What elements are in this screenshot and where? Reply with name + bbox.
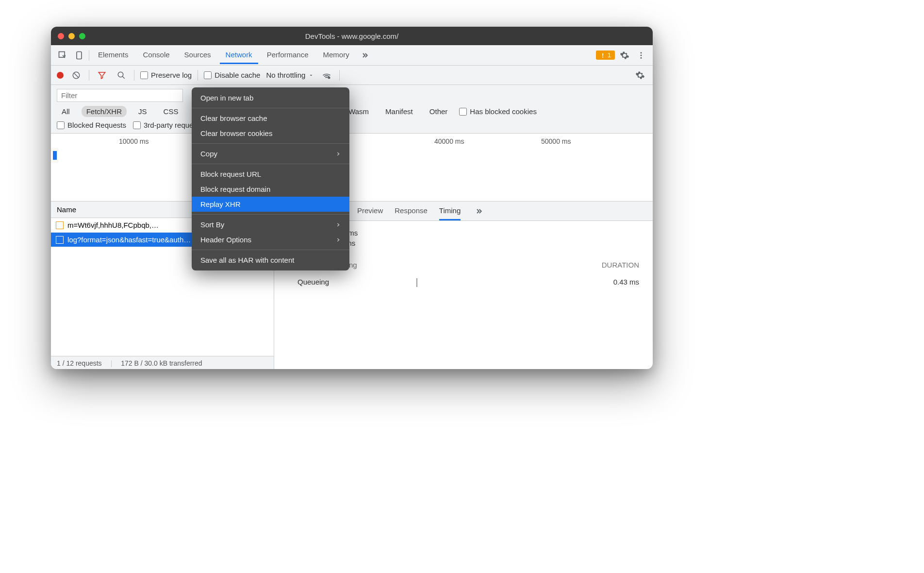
filter-type-manifest[interactable]: Manifest <box>380 106 418 117</box>
split-pane: Name m=Wt6vjf,hhhU8,FCpbqb,…log?format=j… <box>51 202 653 369</box>
window-controls <box>58 33 85 39</box>
queueing-duration: 0.43 ms <box>613 278 639 287</box>
timeline-tick: 50000 ms <box>541 137 571 145</box>
menu-item-block-request-url[interactable]: Block request URL <box>192 167 349 182</box>
queueing-bar <box>416 278 417 287</box>
blocked-requests-checkbox[interactable]: Blocked Requests <box>57 121 126 129</box>
context-menu: Open in new tabClear browser cacheClear … <box>192 87 349 270</box>
tab-memory[interactable]: Memory <box>317 47 355 64</box>
warnings-badge[interactable]: 1 <box>596 51 615 60</box>
tab-console[interactable]: Console <box>137 47 176 64</box>
timeline-marker <box>53 151 57 160</box>
filter-input[interactable] <box>57 89 183 102</box>
detail-tab-timing[interactable]: Timing <box>439 202 461 220</box>
tab-performance[interactable]: Performance <box>261 47 314 64</box>
disable-cache-checkbox[interactable]: Disable cache <box>204 71 260 79</box>
timeline-tick: 10000 ms <box>119 137 148 145</box>
preserve-log-checkbox[interactable]: Preserve log <box>140 71 192 79</box>
filter-type-all[interactable]: All <box>57 106 75 117</box>
maximize-window-button[interactable] <box>79 33 85 39</box>
network-conditions-icon[interactable] <box>320 68 333 82</box>
duration-label: DURATION <box>602 261 639 269</box>
settings-icon[interactable] <box>618 49 631 62</box>
menu-item-block-request-domain[interactable]: Block request domain <box>192 182 349 197</box>
has-blocked-cookies-checkbox[interactable]: Has blocked cookies <box>459 107 537 116</box>
record-button[interactable] <box>57 72 64 79</box>
menu-item-replay-xhr[interactable]: Replay XHR <box>192 197 349 212</box>
svg-rect-2 <box>602 53 603 56</box>
request-name: log?format=json&hasfast=true&auth… <box>67 236 191 244</box>
svg-point-9 <box>328 76 330 79</box>
close-window-button[interactable] <box>58 33 64 39</box>
filter-type-js[interactable]: JS <box>133 106 152 117</box>
menu-item-header-options[interactable]: Header Options <box>192 232 349 247</box>
filter-icon[interactable] <box>95 68 109 82</box>
filter-bar: AllFetch/XHRJSCSSImgMediaFontDocWSWasmMa… <box>51 85 653 134</box>
request-name: m=Wt6vjf,hhhU8,FCpbqb,… <box>67 221 159 229</box>
status-bar: 1 / 12 requests | 172 B / 30.0 kB transf… <box>51 356 274 369</box>
kebab-menu-icon[interactable] <box>634 49 648 62</box>
minimize-window-button[interactable] <box>68 33 75 39</box>
chevron-right-icon <box>336 236 341 243</box>
request-type-icon <box>56 221 64 229</box>
throttling-select[interactable]: No throttling <box>266 71 314 79</box>
tab-network[interactable]: Network <box>220 47 258 64</box>
menu-item-sort-by[interactable]: Sort By <box>192 217 349 232</box>
more-detail-tabs-icon[interactable] <box>472 204 486 218</box>
svg-point-6 <box>641 57 642 58</box>
svg-point-8 <box>118 72 123 77</box>
chevron-right-icon <box>336 221 341 228</box>
filter-type-css[interactable]: CSS <box>159 106 183 117</box>
toggle-device-icon[interactable] <box>72 49 86 62</box>
window-title: DevTools - www.google.com/ <box>51 32 653 40</box>
devtools-window: DevTools - www.google.com/ ElementsConso… <box>51 27 653 369</box>
menu-item-clear-browser-cache[interactable]: Clear browser cache <box>192 111 349 126</box>
request-count: 1 / 12 requests <box>57 359 102 367</box>
menu-item-copy[interactable]: Copy <box>192 146 349 161</box>
filter-type-fetch-xhr[interactable]: Fetch/XHR <box>82 106 127 117</box>
more-tabs-icon[interactable] <box>358 49 372 62</box>
import-har-icon[interactable] <box>346 68 359 82</box>
network-settings-icon[interactable] <box>633 68 647 82</box>
tab-sources[interactable]: Sources <box>179 47 217 64</box>
warning-count: 1 <box>608 51 611 59</box>
tab-elements[interactable]: Elements <box>92 47 134 64</box>
inspect-element-icon[interactable] <box>56 49 69 62</box>
svg-point-4 <box>641 52 642 53</box>
svg-rect-1 <box>77 51 82 59</box>
search-icon[interactable] <box>115 68 128 82</box>
queueing-label: Queueing <box>288 278 329 287</box>
panel-tabs: ElementsConsoleSourcesNetworkPerformance… <box>51 45 653 66</box>
menu-item-clear-browser-cookies[interactable]: Clear browser cookies <box>192 126 349 141</box>
chevron-right-icon <box>336 151 341 157</box>
detail-tab-preview[interactable]: Preview <box>357 202 383 220</box>
network-toolbar: Preserve log Disable cache No throttling <box>51 66 653 85</box>
transferred-size: 172 B / 30.0 kB transferred <box>121 359 202 367</box>
svg-point-5 <box>641 54 642 56</box>
filter-type-other[interactable]: Other <box>425 106 453 117</box>
titlebar: DevTools - www.google.com/ <box>51 27 653 45</box>
request-type-icon <box>56 236 64 244</box>
svg-rect-3 <box>602 56 603 57</box>
menu-item-open-in-new-tab[interactable]: Open in new tab <box>192 90 349 105</box>
timeline-tick: 40000 ms <box>434 137 464 145</box>
menu-item-save-all-as-har-with-content[interactable]: Save all as HAR with content <box>192 253 349 268</box>
clear-icon[interactable] <box>69 68 83 82</box>
export-har-icon[interactable] <box>365 68 379 82</box>
waterfall-timeline[interactable]: 10000 ms 40000 ms 50000 ms <box>51 134 653 202</box>
detail-tab-response[interactable]: Response <box>395 202 428 220</box>
